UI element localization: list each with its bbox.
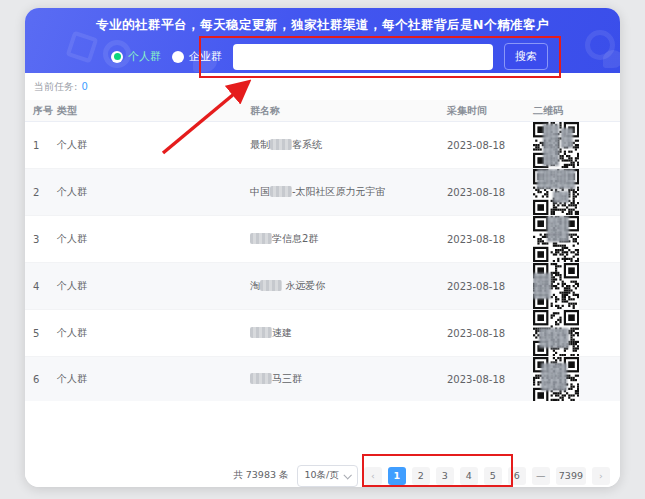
main-panel: 专业的社群平台，每天稳定更新，独家社群渠道，每个社群背后是N个精准客户 个人群 … — [25, 8, 620, 487]
page-number-list: 123456—7399 — [388, 467, 586, 485]
caret-down-icon — [343, 471, 351, 479]
prev-page-button[interactable]: ‹ — [364, 467, 382, 485]
group-name-text: 客系统 — [292, 139, 322, 150]
group-name-text: 中国 — [250, 186, 270, 197]
page-button-4[interactable]: 4 — [460, 467, 478, 485]
row-group-name: 中国城市-太阳社区原力元宇宙 — [250, 185, 447, 199]
row-group-name: 丽丽速建 — [250, 326, 447, 340]
col-type-header: 类型 — [57, 104, 250, 118]
page-button-3[interactable]: 3 — [436, 467, 454, 485]
radio-personal-label: 个人群 — [128, 49, 161, 64]
table-body: 1个人群最制引流客系统2023-08-182个人群中国城市-太阳社区原力元宇宙2… — [25, 122, 620, 401]
row-qr-cell — [533, 169, 620, 215]
next-page-button[interactable]: › — [592, 467, 610, 485]
row-index: 5 — [33, 328, 57, 339]
qr-code — [533, 122, 579, 168]
row-qr-cell — [533, 122, 620, 168]
qr-code — [533, 310, 579, 356]
group-name-text: 学信息2群 — [272, 233, 318, 244]
row-type: 个人群 — [57, 279, 250, 293]
page-size-value: 10条/页 — [305, 469, 339, 482]
table-row: 5个人群丽丽速建2023-08-18 — [25, 310, 620, 357]
header-banner: 专业的社群平台，每天稳定更新，独家社群渠道，每个社群背后是N个精准客户 个人群 … — [25, 8, 620, 73]
banner-title: 专业的社群平台，每天稳定更新，独家社群渠道，每个社群背后是N个精准客户 — [25, 17, 620, 34]
task-label: 当前任务: — [34, 80, 77, 94]
page-button-1[interactable]: 1 — [388, 467, 406, 485]
radio-personal-group[interactable]: 个人群 — [111, 49, 161, 64]
more-pages-button[interactable]: — — [532, 467, 550, 485]
row-group-name: 逸湖学信息2群 — [250, 232, 447, 246]
search-button[interactable]: 搜索 — [504, 43, 548, 70]
row-type: 个人群 — [57, 185, 250, 199]
row-type: 个人群 — [57, 232, 250, 246]
task-status-line: 当前任务: 0 — [25, 73, 620, 100]
radio-unselected-icon — [172, 51, 184, 63]
row-qr-cell — [533, 357, 620, 401]
radio-enterprise-group[interactable]: 企业群 — [172, 49, 222, 64]
row-group-name: 响哈马三群 — [250, 372, 447, 386]
table-header: 序号 类型 群名称 采集时间 二维码 — [25, 100, 620, 122]
qr-blur-patch — [543, 124, 559, 166]
search-input[interactable] — [233, 44, 493, 70]
radio-selected-icon — [111, 51, 123, 63]
row-index: 4 — [33, 281, 57, 292]
pagination-bar: 共 73983 条 10条/页 ‹ 123456—7399 › — [25, 464, 620, 487]
row-collect-date: 2023-08-18 — [447, 281, 533, 292]
qr-code — [533, 169, 579, 215]
col-qr-header: 二维码 — [533, 104, 620, 118]
qr-code — [533, 216, 579, 262]
qr-blur-patch — [539, 328, 569, 348]
task-count: 0 — [81, 81, 87, 92]
censored-text: 引流 — [270, 139, 292, 150]
censored-text: 金币 — [260, 280, 282, 291]
qr-blur-patch — [533, 273, 551, 299]
table-row: 3个人群逸湖学信息2群2023-08-18 — [25, 216, 620, 263]
qr-blur-patch — [547, 216, 569, 242]
group-table: 序号 类型 群名称 采集时间 二维码 1个人群最制引流客系统2023-08-18… — [25, 100, 620, 464]
group-name-text: 永远爱你 — [282, 280, 325, 291]
row-index: 3 — [33, 234, 57, 245]
row-group-name: 淘金币 永远爱你 — [250, 279, 447, 293]
group-name-text: 马三群 — [272, 373, 302, 384]
row-collect-date: 2023-08-18 — [447, 328, 533, 339]
row-index: 2 — [33, 187, 57, 198]
qr-blur-patch — [561, 128, 573, 148]
row-collect-date: 2023-08-18 — [447, 187, 533, 198]
page-button-5[interactable]: 5 — [484, 467, 502, 485]
group-name-text: 淘 — [250, 280, 260, 291]
radio-enterprise-label: 企业群 — [189, 49, 222, 64]
col-name-header: 群名称 — [250, 104, 447, 118]
row-group-name: 最制引流客系统 — [250, 138, 447, 152]
row-index: 6 — [33, 374, 57, 385]
censored-text: 响哈 — [250, 373, 272, 384]
group-name-text: 速建 — [272, 327, 292, 338]
row-collect-date: 2023-08-18 — [447, 234, 533, 245]
qr-code — [533, 357, 579, 401]
row-type: 个人群 — [57, 138, 250, 152]
row-collect-date: 2023-08-18 — [447, 374, 533, 385]
qr-code — [533, 263, 579, 309]
group-name-text: -太阳社区原力元宇宙 — [292, 186, 386, 197]
censored-text: 丽丽 — [250, 327, 272, 338]
censored-text: 城市 — [270, 186, 292, 197]
row-qr-cell — [533, 310, 620, 356]
table-row: 2个人群中国城市-太阳社区原力元宇宙2023-08-18 — [25, 169, 620, 216]
row-type: 个人群 — [57, 326, 250, 340]
qr-blur-patch — [537, 169, 575, 189]
page-button-7399[interactable]: 7399 — [556, 467, 586, 485]
row-index: 1 — [33, 140, 57, 151]
censored-text: 逸湖 — [250, 233, 272, 244]
col-index-header: 序号 — [33, 104, 57, 118]
qr-blur-patch — [553, 191, 569, 203]
table-row: 4个人群淘金币 永远爱你2023-08-18 — [25, 263, 620, 310]
page-button-2[interactable]: 2 — [412, 467, 430, 485]
group-name-text: 最制 — [250, 139, 270, 150]
page-button-6[interactable]: 6 — [508, 467, 526, 485]
table-row: 6个人群响哈马三群2023-08-18 — [25, 357, 620, 401]
chevron-right-icon: › — [599, 470, 603, 481]
row-qr-cell — [533, 216, 620, 262]
row-type: 个人群 — [57, 372, 250, 386]
total-count-label: 共 73983 条 — [233, 469, 288, 482]
page-size-select[interactable]: 10条/页 — [297, 465, 358, 487]
row-qr-cell — [533, 263, 620, 309]
